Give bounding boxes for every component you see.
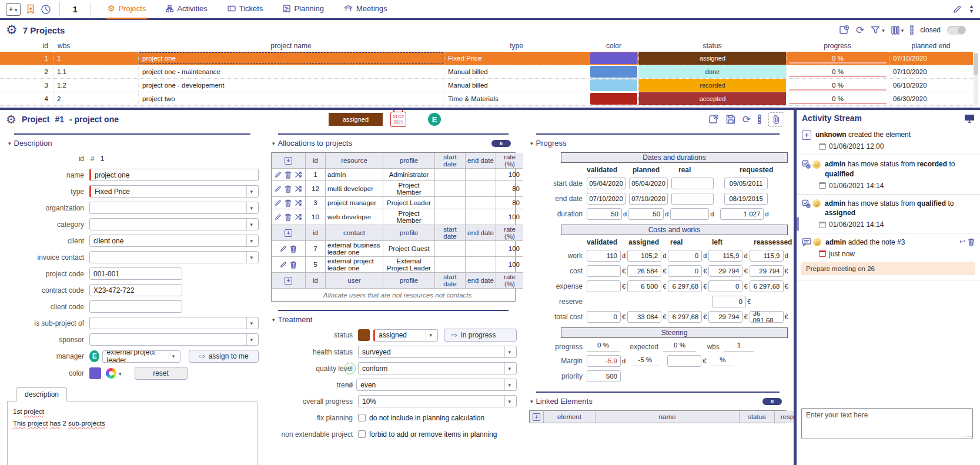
col-header-planned-end[interactable]: planned end xyxy=(889,40,973,52)
type-select[interactable]: Fixed Price xyxy=(89,185,259,198)
edit-icon[interactable] xyxy=(275,199,282,206)
chevron-down-icon[interactable] xyxy=(504,396,513,407)
deadline-calendar-badge[interactable]: 01/122021 xyxy=(390,112,406,127)
section-title-linked-elements[interactable]: Linked Elements 0 xyxy=(530,397,785,406)
allocation-row[interactable]: 5 external project leader one External P… xyxy=(272,257,515,273)
bookmark-icon[interactable] xyxy=(26,4,35,14)
delete-icon[interactable] xyxy=(968,238,975,246)
duration-validated-input[interactable]: 50 xyxy=(587,208,622,220)
expected-field[interactable]: 0 % xyxy=(663,342,696,352)
cell-project-name[interactable]: project one - maintenance xyxy=(138,65,444,78)
assign-to-me-button[interactable]: ⇨ assign to me xyxy=(189,350,259,363)
expense-validated[interactable] xyxy=(587,280,621,292)
section-title-description[interactable]: Description xyxy=(8,139,256,148)
chevron-down-icon[interactable] xyxy=(246,235,255,246)
table-row[interactable]: 3 1.2 project one - developement Manual … xyxy=(0,79,973,92)
edit-icon[interactable] xyxy=(275,185,282,192)
panel-splitter[interactable] xyxy=(797,217,799,231)
move-allocation-icon[interactable] xyxy=(295,213,302,220)
start-requested-input[interactable]: 09/05/2011 xyxy=(724,178,768,189)
section-title-allocations[interactable]: Allocations to projects 6 xyxy=(272,139,514,148)
cell-project-name[interactable]: project one xyxy=(138,52,444,65)
columns-button[interactable] xyxy=(891,26,904,35)
tab-tickets[interactable]: Tickets xyxy=(226,0,265,19)
sponsor-select[interactable] xyxy=(89,333,259,346)
col-header-wbs[interactable]: wbs xyxy=(53,40,138,52)
chevron-down-icon[interactable] xyxy=(119,369,122,377)
subproject-select[interactable] xyxy=(89,317,259,329)
allocation-row[interactable]: 1 admin Administrator 100 xyxy=(272,169,515,181)
allocation-row[interactable]: 12 multi developer Project Member 80 xyxy=(272,181,515,197)
health-status-select[interactable]: surveyed xyxy=(358,346,517,358)
closed-toggle[interactable] xyxy=(947,26,966,35)
delete-icon[interactable] xyxy=(285,171,292,179)
overall-progress-select[interactable]: 10% xyxy=(358,395,517,407)
color-swatch[interactable] xyxy=(89,367,101,379)
manager-select[interactable]: external project leader xyxy=(102,350,180,363)
contract-code-input[interactable]: X23-472-722 xyxy=(89,284,182,296)
filter-button[interactable] xyxy=(871,26,885,34)
col-header-project-name[interactable]: project name xyxy=(138,40,444,52)
cell-project-name[interactable]: project one - developement xyxy=(138,79,444,92)
add-allocation-icon[interactable]: + xyxy=(285,157,292,165)
client-code-input[interactable] xyxy=(89,300,182,313)
move-allocation-icon[interactable] xyxy=(295,185,302,192)
more-options-icon[interactable] xyxy=(910,25,914,35)
chevron-down-icon[interactable] xyxy=(169,351,177,362)
chevron-down-icon[interactable] xyxy=(504,346,513,357)
reply-icon[interactable]: ↩ xyxy=(959,237,965,246)
duration-requested-input[interactable]: 1 027 xyxy=(720,208,764,220)
allocation-row[interactable]: 3 project manager Project Leader 80 xyxy=(272,197,515,209)
history-icon[interactable] xyxy=(41,4,51,15)
next-status-button[interactable]: ⇨ in progress xyxy=(444,329,517,342)
stream-note-input[interactable] xyxy=(801,408,973,439)
table-scrollbar[interactable] xyxy=(974,53,978,106)
manager-avatar[interactable]: E xyxy=(428,113,441,126)
table-row[interactable]: 4 2 project two Time & Materials accepte… xyxy=(0,92,973,106)
start-validated-input[interactable]: 05/04/2020 xyxy=(587,178,626,189)
trend-select[interactable]: even xyxy=(356,379,517,391)
category-select[interactable] xyxy=(89,218,259,230)
chevron-down-icon[interactable] xyxy=(246,186,255,197)
section-title-progress[interactable]: Progress xyxy=(530,139,785,148)
description-text[interactable]: 1st project This project has 2 sub-proje… xyxy=(7,401,257,465)
cost-validated[interactable] xyxy=(587,265,621,277)
edit-pencil-icon[interactable] xyxy=(952,5,962,14)
status-select[interactable]: assigned xyxy=(373,329,438,342)
tab-activities[interactable]: Activities xyxy=(165,0,208,19)
add-link-icon[interactable]: + xyxy=(533,413,540,421)
col-header-color[interactable]: color xyxy=(589,40,638,52)
fix-planning-checkbox[interactable] xyxy=(358,414,366,421)
description-tab[interactable]: description xyxy=(16,387,67,402)
allocation-row[interactable]: 7 external business leader one Project G… xyxy=(272,241,515,257)
tab-meetings[interactable]: Meetings xyxy=(343,0,389,19)
delete-icon[interactable] xyxy=(290,261,297,269)
create-new-button[interactable]: + xyxy=(6,3,21,16)
table-row[interactable]: 2 1.1 project one - maintenance Manual b… xyxy=(0,65,973,79)
edit-icon[interactable] xyxy=(280,261,287,268)
edit-icon[interactable] xyxy=(275,213,282,220)
edit-icon[interactable] xyxy=(280,245,287,252)
col-header-id[interactable]: id xyxy=(0,40,53,52)
refresh-icon[interactable]: ⟳ xyxy=(742,115,751,125)
progress-field[interactable]: 0 % xyxy=(587,342,620,352)
table-row[interactable]: 1 1 project one Fixed Price assigned 0 %… xyxy=(0,52,973,65)
delete-icon[interactable] xyxy=(285,213,292,221)
client-select[interactable]: client one xyxy=(89,235,259,247)
delete-icon[interactable] xyxy=(290,245,297,253)
chevron-down-icon[interactable] xyxy=(504,363,513,374)
save-icon[interactable] xyxy=(726,115,735,124)
resize-handle[interactable]: ... xyxy=(965,431,972,438)
reset-color-button[interactable]: reset xyxy=(135,367,188,380)
collapse-expand-arrows[interactable]: ▲▼ xyxy=(969,5,974,13)
color-wheel-icon[interactable] xyxy=(106,368,116,379)
chevron-down-icon[interactable] xyxy=(246,317,255,329)
organization-select[interactable] xyxy=(89,202,259,214)
col-header-status[interactable]: status xyxy=(638,40,786,52)
quality-level-select[interactable]: conform xyxy=(358,362,517,374)
chevron-down-icon[interactable] xyxy=(246,334,255,345)
section-title-treatment[interactable]: Treatment xyxy=(272,315,514,324)
chevron-down-icon[interactable] xyxy=(426,330,434,341)
col-header-progress[interactable]: progress xyxy=(786,40,889,52)
attachment-button[interactable] xyxy=(768,112,784,127)
